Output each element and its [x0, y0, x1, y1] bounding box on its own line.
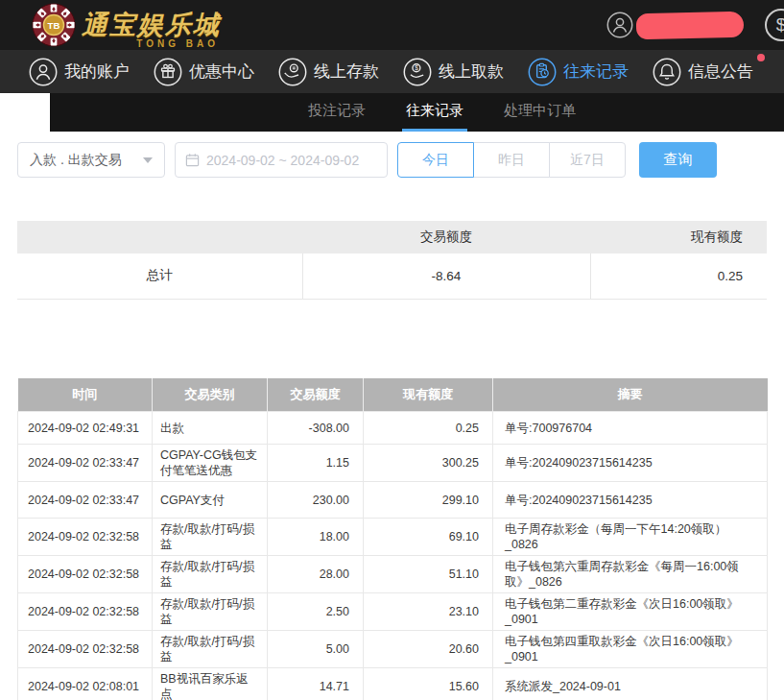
col-header-summary: 摘要: [493, 378, 768, 412]
cell-summary: 电子钱包第二重存款彩金《次日16:00领取》_0901: [493, 593, 768, 631]
cell-balance: 23.10: [364, 593, 493, 631]
yesterday-button[interactable]: 昨日: [473, 142, 550, 178]
cell-time: 2024-09-02 02:32:58: [18, 631, 153, 668]
notification-badge: [757, 54, 765, 61]
transactions-body: 2024-09-02 02:49:31 出款 -308.00 0.25 单号:7…: [18, 412, 768, 700]
date-range-value: 2024-09-02 ~ 2024-09-02: [206, 153, 359, 168]
search-button[interactable]: 查询: [639, 142, 717, 178]
cell-balance: 20.60: [364, 631, 493, 668]
brand-logo[interactable]: TB 通宝娱乐城 TONG BAO: [32, 3, 221, 47]
cell-summary: 电子钱包第六重周存款彩金《每周一16:00领取》_0826: [493, 556, 768, 593]
account-avatar-icon[interactable]: [606, 12, 633, 38]
cell-time: 2024-09-02 02:33:47: [18, 445, 153, 482]
filter-bar: 入款 . 出款交易 2024-09-02 ~ 2024-09-02 今日 昨日 …: [17, 142, 784, 178]
nav-item-online-withdraw[interactable]: $ 线上取款: [403, 58, 504, 86]
bell-icon: [653, 58, 681, 86]
gift-icon: [154, 58, 182, 86]
nav-label: 线上取款: [439, 60, 504, 83]
transaction-type-select[interactable]: 入款 . 出款交易: [17, 142, 165, 178]
nav-item-promotions[interactable]: 优惠中心: [154, 58, 254, 86]
cell-type: 出款: [153, 412, 268, 445]
nav-label: 我的账户: [64, 60, 130, 83]
cell-amount: 2.50: [268, 593, 364, 631]
last7days-button[interactable]: 近7日: [549, 142, 626, 178]
nav-item-transaction-records[interactable]: 往来记录: [528, 58, 629, 86]
table-row: 2024-09-02 02:08:01 BB视讯百家乐返点 14.71 15.6…: [18, 668, 768, 700]
cell-amount: 28.00: [268, 556, 364, 593]
date-range-input[interactable]: 2024-09-02 ~ 2024-09-02: [175, 142, 388, 178]
user-icon: [29, 58, 58, 86]
table-row: 2024-09-02 02:33:47 CGPAY-CG钱包支付笔笔送优惠 1.…: [18, 445, 768, 482]
table-row: 2024-09-02 02:32:58 存款/取款/打码/损益 2.50 23.…: [18, 593, 768, 631]
wallet-dollar-icon[interactable]: $: [765, 9, 784, 41]
nav-label: 信息公告: [688, 60, 753, 83]
cell-type: 存款/取款/打码/损益: [153, 593, 268, 631]
cell-time: 2024-09-02 02:32:58: [18, 556, 153, 593]
deposit-coin-hand-icon: [278, 58, 307, 86]
cell-amount: 230.00: [268, 482, 364, 519]
nav-item-announcements[interactable]: 信息公告: [653, 58, 753, 86]
cell-amount: 18.00: [268, 519, 364, 556]
tab-transaction-records[interactable]: 往来记录: [402, 93, 467, 132]
cell-summary: 单号:202409023715614235: [493, 445, 768, 482]
cell-balance: 51.10: [364, 556, 493, 593]
cell-type: BB视讯百家乐返点: [153, 668, 268, 700]
brand-name-cn: 通宝娱乐城: [82, 8, 221, 42]
cell-amount: -308.00: [268, 412, 364, 445]
cell-type: CGPAY-CG钱包支付笔笔送优惠: [153, 445, 268, 482]
cell-summary: 单号:202409023715614235: [493, 482, 768, 519]
redacted-username: [636, 11, 745, 38]
cell-type: 存款/取款/打码/损益: [153, 556, 268, 593]
col-header-type: 交易类别: [153, 378, 268, 412]
calendar-icon: [185, 153, 200, 167]
cell-time: 2024-09-02 02:08:01: [18, 668, 153, 700]
cell-time: 2024-09-02 02:32:58: [18, 519, 153, 556]
cell-amount: 14.71: [268, 668, 364, 700]
table-row: 2024-09-02 02:33:47 CGPAY支付 230.00 299.1…: [18, 482, 768, 519]
cell-summary: 单号:700976704: [493, 412, 768, 445]
quick-date-button-group: 今日 昨日 近7日: [397, 142, 626, 178]
cell-balance: 299.10: [364, 482, 493, 519]
table-row: 2024-09-02 02:32:58 存款/取款/打码/损益 28.00 51…: [18, 556, 768, 593]
withdraw-coin-hand-icon: $: [403, 58, 432, 86]
table-row: 2024-09-02 02:49:31 出款 -308.00 0.25 单号:7…: [18, 412, 768, 445]
records-clipboard-clock-icon: [528, 58, 557, 86]
col-header-balance: 现有额度: [364, 378, 493, 412]
today-button[interactable]: 今日: [397, 142, 474, 178]
cell-summary: 电子钱包第四重取款彩金《次日16:00领取》_0901: [493, 631, 768, 668]
summary-header-amount: 交易额度: [302, 221, 590, 253]
cell-balance: 300.25: [364, 445, 493, 482]
summary-header-balance: 现有额度: [590, 221, 767, 253]
nav-item-online-deposit[interactable]: 线上存款: [278, 58, 379, 86]
cell-time: 2024-09-02 02:32:58: [18, 593, 153, 631]
main-navigation: 我的账户 优惠中心 线上存款 $ 线上取款: [0, 50, 784, 93]
nav-label: 优惠中心: [189, 60, 254, 83]
summary-table: 交易额度 现有额度 总计 -8.64 0.25: [17, 221, 767, 300]
cell-summary: 系统派发_2024-09-01: [493, 668, 768, 700]
cell-type: 存款/取款/打码/损益: [153, 519, 268, 556]
summary-total-amount: -8.64: [302, 253, 590, 299]
summary-total-label: 总计: [17, 253, 302, 299]
nav-item-my-account[interactable]: 我的账户: [29, 58, 130, 86]
tab-pending-orders[interactable]: 处理中订单: [500, 93, 580, 132]
summary-header-empty: [17, 221, 302, 253]
cell-time: 2024-09-02 02:49:31: [18, 412, 153, 445]
transactions-table: 时间 交易类别 交易额度 现有额度 摘要 2024-09-02 02:49:31…: [17, 378, 768, 700]
nav-label: 线上存款: [314, 60, 379, 83]
cell-balance: 15.60: [364, 668, 493, 700]
brand-text: 通宝娱乐城 TONG BAO: [82, 8, 221, 42]
tab-bet-records[interactable]: 投注记录: [304, 93, 369, 132]
cell-amount: 5.00: [268, 631, 364, 668]
transactions-header-row: 时间 交易类别 交易额度 现有额度 摘要: [18, 378, 768, 412]
transaction-type-value: 入款 . 出款交易: [30, 152, 143, 169]
svg-text:$: $: [415, 64, 418, 71]
summary-total-row: 总计 -8.64 0.25: [17, 253, 767, 299]
brand-name-en: TONG BAO: [136, 38, 219, 49]
cell-balance: 0.25: [364, 412, 493, 445]
sub-navigation: 投注记录 往来记录 处理中订单: [50, 93, 784, 132]
chevron-down-icon: [143, 157, 153, 163]
cell-balance: 69.10: [364, 519, 493, 556]
cell-type: 存款/取款/打码/损益: [153, 631, 268, 668]
cell-type: CGPAY支付: [153, 482, 268, 519]
cell-amount: 1.15: [268, 445, 364, 482]
